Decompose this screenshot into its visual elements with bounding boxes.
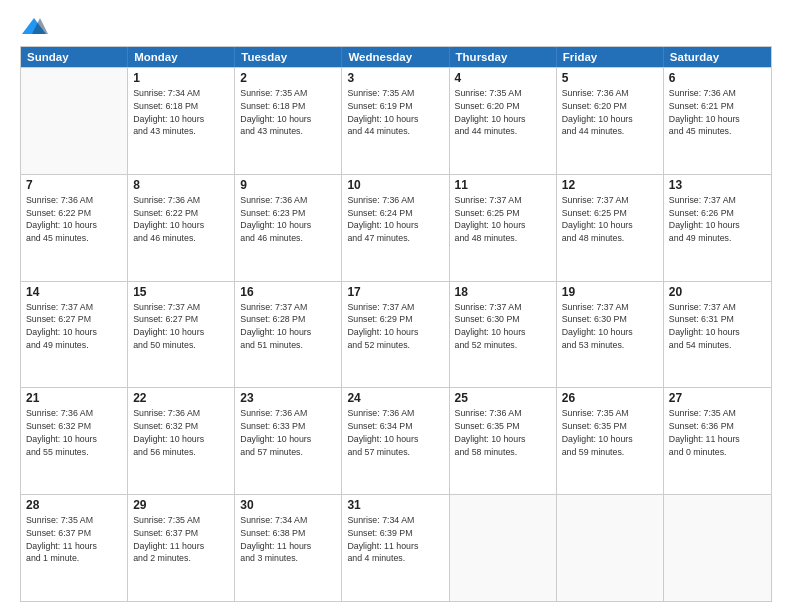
day-number: 4 [455,71,551,85]
day-number: 29 [133,498,229,512]
day-info: Sunrise: 7:36 AM Sunset: 6:32 PM Dayligh… [26,407,122,458]
header-day-friday: Friday [557,47,664,67]
cal-week-3: 14Sunrise: 7:37 AM Sunset: 6:27 PM Dayli… [21,281,771,388]
cal-empty-cell [557,495,664,601]
cal-day-21: 21Sunrise: 7:36 AM Sunset: 6:32 PM Dayli… [21,388,128,494]
day-number: 10 [347,178,443,192]
day-number: 1 [133,71,229,85]
cal-day-19: 19Sunrise: 7:37 AM Sunset: 6:30 PM Dayli… [557,282,664,388]
day-number: 20 [669,285,766,299]
day-info: Sunrise: 7:37 AM Sunset: 6:25 PM Dayligh… [562,194,658,245]
day-number: 22 [133,391,229,405]
cal-day-23: 23Sunrise: 7:36 AM Sunset: 6:33 PM Dayli… [235,388,342,494]
day-info: Sunrise: 7:37 AM Sunset: 6:27 PM Dayligh… [26,301,122,352]
day-info: Sunrise: 7:36 AM Sunset: 6:22 PM Dayligh… [26,194,122,245]
cal-day-4: 4Sunrise: 7:35 AM Sunset: 6:20 PM Daylig… [450,68,557,174]
cal-day-11: 11Sunrise: 7:37 AM Sunset: 6:25 PM Dayli… [450,175,557,281]
cal-day-1: 1Sunrise: 7:34 AM Sunset: 6:18 PM Daylig… [128,68,235,174]
day-number: 18 [455,285,551,299]
day-number: 6 [669,71,766,85]
day-info: Sunrise: 7:35 AM Sunset: 6:35 PM Dayligh… [562,407,658,458]
day-number: 17 [347,285,443,299]
cal-day-3: 3Sunrise: 7:35 AM Sunset: 6:19 PM Daylig… [342,68,449,174]
day-number: 21 [26,391,122,405]
day-info: Sunrise: 7:37 AM Sunset: 6:28 PM Dayligh… [240,301,336,352]
cal-empty-cell [21,68,128,174]
day-info: Sunrise: 7:36 AM Sunset: 6:33 PM Dayligh… [240,407,336,458]
day-info: Sunrise: 7:37 AM Sunset: 6:27 PM Dayligh… [133,301,229,352]
cal-day-15: 15Sunrise: 7:37 AM Sunset: 6:27 PM Dayli… [128,282,235,388]
cal-day-7: 7Sunrise: 7:36 AM Sunset: 6:22 PM Daylig… [21,175,128,281]
day-info: Sunrise: 7:36 AM Sunset: 6:21 PM Dayligh… [669,87,766,138]
day-number: 11 [455,178,551,192]
day-info: Sunrise: 7:36 AM Sunset: 6:32 PM Dayligh… [133,407,229,458]
header [20,16,772,36]
calendar: SundayMondayTuesdayWednesdayThursdayFrid… [20,46,772,602]
day-info: Sunrise: 7:34 AM Sunset: 6:38 PM Dayligh… [240,514,336,565]
day-number: 9 [240,178,336,192]
cal-day-8: 8Sunrise: 7:36 AM Sunset: 6:22 PM Daylig… [128,175,235,281]
calendar-body: 1Sunrise: 7:34 AM Sunset: 6:18 PM Daylig… [21,67,771,601]
cal-empty-cell [450,495,557,601]
day-number: 14 [26,285,122,299]
day-number: 23 [240,391,336,405]
day-info: Sunrise: 7:37 AM Sunset: 6:31 PM Dayligh… [669,301,766,352]
cal-day-17: 17Sunrise: 7:37 AM Sunset: 6:29 PM Dayli… [342,282,449,388]
day-info: Sunrise: 7:35 AM Sunset: 6:37 PM Dayligh… [133,514,229,565]
cal-day-6: 6Sunrise: 7:36 AM Sunset: 6:21 PM Daylig… [664,68,771,174]
cal-day-31: 31Sunrise: 7:34 AM Sunset: 6:39 PM Dayli… [342,495,449,601]
day-info: Sunrise: 7:36 AM Sunset: 6:24 PM Dayligh… [347,194,443,245]
cal-week-5: 28Sunrise: 7:35 AM Sunset: 6:37 PM Dayli… [21,494,771,601]
day-info: Sunrise: 7:35 AM Sunset: 6:36 PM Dayligh… [669,407,766,458]
day-info: Sunrise: 7:37 AM Sunset: 6:25 PM Dayligh… [455,194,551,245]
cal-week-1: 1Sunrise: 7:34 AM Sunset: 6:18 PM Daylig… [21,67,771,174]
day-number: 30 [240,498,336,512]
cal-day-12: 12Sunrise: 7:37 AM Sunset: 6:25 PM Dayli… [557,175,664,281]
day-number: 5 [562,71,658,85]
cal-day-24: 24Sunrise: 7:36 AM Sunset: 6:34 PM Dayli… [342,388,449,494]
header-day-saturday: Saturday [664,47,771,67]
cal-day-9: 9Sunrise: 7:36 AM Sunset: 6:23 PM Daylig… [235,175,342,281]
day-info: Sunrise: 7:37 AM Sunset: 6:29 PM Dayligh… [347,301,443,352]
day-info: Sunrise: 7:37 AM Sunset: 6:26 PM Dayligh… [669,194,766,245]
day-info: Sunrise: 7:35 AM Sunset: 6:19 PM Dayligh… [347,87,443,138]
cal-empty-cell [664,495,771,601]
day-number: 8 [133,178,229,192]
cal-day-29: 29Sunrise: 7:35 AM Sunset: 6:37 PM Dayli… [128,495,235,601]
day-number: 7 [26,178,122,192]
day-info: Sunrise: 7:37 AM Sunset: 6:30 PM Dayligh… [455,301,551,352]
logo [20,16,52,36]
cal-day-16: 16Sunrise: 7:37 AM Sunset: 6:28 PM Dayli… [235,282,342,388]
day-number: 28 [26,498,122,512]
cal-day-30: 30Sunrise: 7:34 AM Sunset: 6:38 PM Dayli… [235,495,342,601]
cal-day-5: 5Sunrise: 7:36 AM Sunset: 6:20 PM Daylig… [557,68,664,174]
cal-day-27: 27Sunrise: 7:35 AM Sunset: 6:36 PM Dayli… [664,388,771,494]
day-number: 15 [133,285,229,299]
cal-day-2: 2Sunrise: 7:35 AM Sunset: 6:18 PM Daylig… [235,68,342,174]
cal-day-13: 13Sunrise: 7:37 AM Sunset: 6:26 PM Dayli… [664,175,771,281]
day-number: 31 [347,498,443,512]
cal-day-25: 25Sunrise: 7:36 AM Sunset: 6:35 PM Dayli… [450,388,557,494]
day-number: 12 [562,178,658,192]
day-number: 16 [240,285,336,299]
header-day-wednesday: Wednesday [342,47,449,67]
day-info: Sunrise: 7:35 AM Sunset: 6:18 PM Dayligh… [240,87,336,138]
cal-week-2: 7Sunrise: 7:36 AM Sunset: 6:22 PM Daylig… [21,174,771,281]
day-number: 27 [669,391,766,405]
day-info: Sunrise: 7:35 AM Sunset: 6:20 PM Dayligh… [455,87,551,138]
cal-day-26: 26Sunrise: 7:35 AM Sunset: 6:35 PM Dayli… [557,388,664,494]
cal-day-20: 20Sunrise: 7:37 AM Sunset: 6:31 PM Dayli… [664,282,771,388]
calendar-header-row: SundayMondayTuesdayWednesdayThursdayFrid… [21,47,771,67]
day-info: Sunrise: 7:36 AM Sunset: 6:23 PM Dayligh… [240,194,336,245]
cal-day-18: 18Sunrise: 7:37 AM Sunset: 6:30 PM Dayli… [450,282,557,388]
day-info: Sunrise: 7:36 AM Sunset: 6:34 PM Dayligh… [347,407,443,458]
cal-week-4: 21Sunrise: 7:36 AM Sunset: 6:32 PM Dayli… [21,387,771,494]
day-number: 3 [347,71,443,85]
day-info: Sunrise: 7:34 AM Sunset: 6:18 PM Dayligh… [133,87,229,138]
day-info: Sunrise: 7:34 AM Sunset: 6:39 PM Dayligh… [347,514,443,565]
day-info: Sunrise: 7:35 AM Sunset: 6:37 PM Dayligh… [26,514,122,565]
cal-day-28: 28Sunrise: 7:35 AM Sunset: 6:37 PM Dayli… [21,495,128,601]
cal-day-10: 10Sunrise: 7:36 AM Sunset: 6:24 PM Dayli… [342,175,449,281]
day-info: Sunrise: 7:37 AM Sunset: 6:30 PM Dayligh… [562,301,658,352]
day-info: Sunrise: 7:36 AM Sunset: 6:35 PM Dayligh… [455,407,551,458]
